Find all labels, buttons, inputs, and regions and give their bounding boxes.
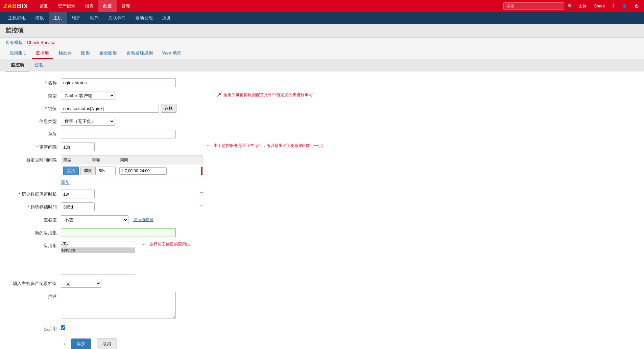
enabled-label: 已启用 xyxy=(7,324,61,332)
form-row-show-value: 查看值 不变 展示值映射 xyxy=(7,215,637,224)
app-set-label: 应用集 xyxy=(7,241,61,249)
host-tab-auto-discovery[interactable]: 自动发现规则 xyxy=(122,48,157,59)
nav-templates[interactable]: 模板 xyxy=(30,12,49,24)
trend-input[interactable] xyxy=(61,202,95,211)
form-row-custom-interval: 自定义时间间隔 类型 间隔 期间 动作 灵活 调度 xyxy=(7,155,637,186)
key-control: 选择 xyxy=(61,104,196,113)
asset-label: 填入主机资产纪录栏位 xyxy=(7,279,61,287)
history-label: * 历史数据保留时长 xyxy=(7,190,61,197)
trend-label: * 趋势存储时间 xyxy=(7,202,61,210)
breadcrumb-all-templates[interactable]: 所有模板 xyxy=(5,40,23,46)
name-input[interactable] xyxy=(61,78,176,87)
cancel-button[interactable]: 取消 xyxy=(97,339,117,349)
top-menu: 监测 资产记录 报表 配置 管理 xyxy=(35,0,135,12)
host-tab-web-scenarios[interactable]: Web 场景 xyxy=(158,48,185,59)
logout-button[interactable]: ⏻ xyxy=(633,3,641,9)
key-select-button[interactable]: 选择 xyxy=(161,104,176,113)
type-label: 类型 xyxy=(7,91,61,99)
form-row-name: * 名称 xyxy=(7,78,637,87)
key-label: * 键值 xyxy=(7,104,61,112)
nav-hosts[interactable]: 主机 xyxy=(49,12,67,24)
tab-monitor-items[interactable]: 监控项 xyxy=(5,59,29,71)
host-tab-graphs[interactable]: 图形 xyxy=(77,48,94,59)
type-select[interactable]: Zabbix 客户端 xyxy=(61,91,115,100)
form-row-unit: 单位 xyxy=(7,130,637,138)
breadcrumb-separator: / xyxy=(24,40,26,45)
nav-actions[interactable]: 动作 xyxy=(85,12,103,24)
host-tab-app-sets[interactable]: 应用集 1 xyxy=(5,48,30,59)
host-tab-triggers[interactable]: 触发器 xyxy=(54,48,76,59)
form-row-asset: 填入主机资产纪录栏位 -无- xyxy=(7,279,637,288)
user-button[interactable]: 👤 xyxy=(620,3,629,9)
help-button[interactable]: ? xyxy=(610,3,617,9)
interval-period-input[interactable] xyxy=(119,167,167,175)
share-button[interactable]: Share xyxy=(592,3,607,9)
enabled-checkbox[interactable] xyxy=(61,325,65,330)
form-row-type: 类型 Zabbix 客户端 ↗ 这里的键值得根据配置文件中自定义的来进行填写 xyxy=(7,91,637,100)
enabled-control xyxy=(61,324,196,330)
add-interval-link[interactable]: 添加 xyxy=(61,179,70,186)
host-tab-aggregate-graphs[interactable]: 聚合图形 xyxy=(95,48,121,59)
nav-maintenance[interactable]: 维护 xyxy=(67,12,85,24)
show-value-mapping-link[interactable]: 展示值映射 xyxy=(133,217,153,223)
breadcrumb-current[interactable]: Check Service xyxy=(27,40,55,45)
top-navigation: ZABBIX 监测 资产记录 报表 配置 管理 🔍 支持 Share ? 👤 ⏻ xyxy=(0,0,644,12)
new-app-label: 新的应用集 xyxy=(7,228,61,236)
app-logo: ZABBIX xyxy=(3,3,28,10)
form-row-update-interval: * 更新间隔 ← 由于监控服务是否正常运行，所以这里时间更改的相对小一点 xyxy=(7,143,637,151)
interval-type-buttons: 灵活 调度 xyxy=(63,167,117,175)
second-menu: 主机群组 模板 主机 维护 动作 关联事件 自动发现 服务 xyxy=(3,12,176,24)
host-tab-monitor-items[interactable]: 监控项 xyxy=(32,48,53,59)
form-row-new-app: 新的应用集 xyxy=(7,228,637,237)
history-arrow: ← xyxy=(199,190,204,195)
app-list-item-none[interactable]: -无- xyxy=(61,241,135,247)
history-control xyxy=(61,190,196,198)
nav-host-groups[interactable]: 主机群组 xyxy=(3,12,30,24)
breadcrumb: 所有模板 / Check Service xyxy=(0,38,644,48)
menu-item-admin[interactable]: 管理 xyxy=(117,0,135,12)
key-input[interactable] xyxy=(61,104,159,113)
menu-item-config[interactable]: 配置 xyxy=(98,0,117,12)
support-button[interactable]: 支持 xyxy=(576,3,589,10)
update-annotation: ← 由于监控服务是否正常运行，所以这里时间更改的相对小一点 xyxy=(206,143,323,149)
nav-services[interactable]: 服务 xyxy=(158,12,176,24)
submit-button[interactable]: 添加 xyxy=(71,339,91,349)
unit-label: 单位 xyxy=(7,130,61,137)
show-value-select[interactable]: 不变 xyxy=(61,215,128,224)
form-row-signal-type: 信息类型 数字（无正负） xyxy=(7,117,637,126)
main-content: * 名称 类型 Zabbix 客户端 ↗ 这里的键值得根据配置文件中自定义的来进… xyxy=(0,71,644,349)
search-input[interactable] xyxy=(503,2,564,10)
flexible-button[interactable]: 灵活 xyxy=(63,167,79,175)
update-interval-input[interactable] xyxy=(61,143,95,151)
desc-control xyxy=(61,292,196,320)
history-input[interactable] xyxy=(61,190,95,198)
interval-value-input[interactable] xyxy=(97,167,116,175)
desc-textarea[interactable] xyxy=(61,292,176,319)
nav-events[interactable]: 关联事件 xyxy=(103,12,130,24)
unit-input[interactable] xyxy=(61,130,176,138)
asset-select[interactable]: -无- xyxy=(61,279,101,288)
search-icon[interactable]: 🔍 xyxy=(568,4,573,9)
app-set-list[interactable]: -无- service xyxy=(61,241,135,275)
submit-arrow: → xyxy=(61,341,66,347)
menu-item-monitor[interactable]: 监测 xyxy=(35,0,53,12)
remove-interval-button[interactable]: 移除 xyxy=(201,167,203,175)
second-navigation: 主机群组 模板 主机 维护 动作 关联事件 自动发现 服务 xyxy=(0,12,644,24)
page-header: 监控项 xyxy=(0,24,644,38)
new-app-input[interactable] xyxy=(61,228,176,237)
form-row-trend: * 趋势存储时间 ← xyxy=(7,202,637,211)
schedule-button[interactable]: 调度 xyxy=(80,167,96,175)
page-title: 监控项 xyxy=(5,26,639,35)
menu-item-reports[interactable]: 报表 xyxy=(80,0,98,12)
type-annotation: ↗ 这里的键值得根据配置文件中自定义的来进行填写 xyxy=(216,91,313,99)
interval-period xyxy=(119,167,146,175)
menu-item-assets[interactable]: 资产记录 xyxy=(53,0,80,12)
signal-type-control: 数字（无正负） xyxy=(61,117,196,126)
nav-discovery[interactable]: 自动发现 xyxy=(130,12,158,24)
tab-process[interactable]: 进程 xyxy=(29,59,49,71)
signal-type-label: 信息类型 xyxy=(7,117,61,125)
app-list-item-service[interactable]: service xyxy=(61,247,135,253)
type-control: Zabbix 客户端 xyxy=(61,91,196,100)
signal-type-select[interactable]: 数字（无正负） xyxy=(61,117,115,126)
form-row-enabled: 已启用 xyxy=(7,324,637,332)
